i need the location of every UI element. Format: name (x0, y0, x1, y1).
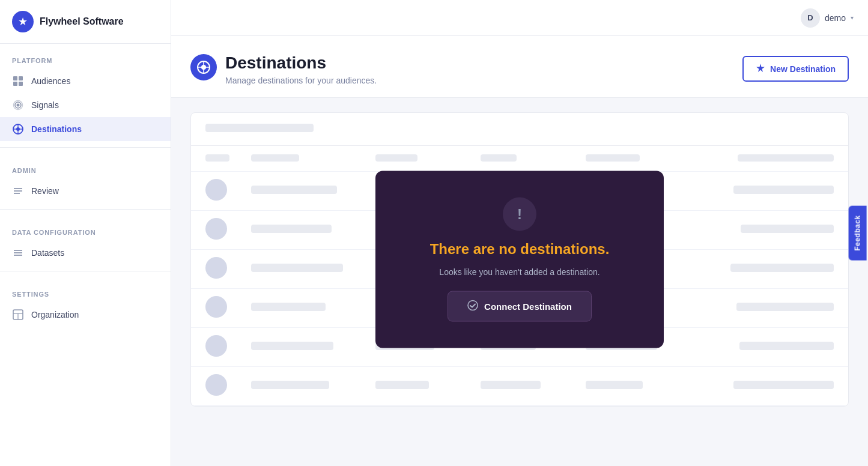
warning-exclamation: ! (517, 205, 522, 222)
skeleton-col3 (375, 154, 417, 162)
sidebar-item-signals-label: Signals (31, 100, 59, 110)
sidebar-section-admin: Admin Review (0, 154, 171, 203)
connect-destination-check-icon (467, 300, 478, 312)
col-last (586, 153, 681, 164)
sidebar-item-organization-label: Organization (31, 310, 79, 319)
sidebar-section-platform: Platform Audiences Signals Destinations (0, 44, 171, 141)
main-content: D demo ▾ Destinations Manage destination… (171, 0, 868, 466)
skeleton-cell (481, 381, 541, 389)
sidebar-item-review-label: Review (31, 186, 59, 196)
datasets-icon (12, 247, 24, 259)
logo-icon: ★ (12, 11, 34, 32)
new-destination-icon (756, 63, 765, 74)
table-header (191, 113, 848, 146)
skeleton-col4 (481, 154, 517, 162)
sidebar-logo[interactable]: ★ Flywheel Software (0, 0, 171, 44)
skeleton-avatar (205, 296, 227, 318)
svg-rect-2 (13, 82, 17, 86)
skeleton-avatar (205, 218, 227, 240)
col-check (205, 153, 241, 164)
sidebar-item-datasets-label: Datasets (31, 248, 64, 258)
svg-point-24 (468, 300, 478, 310)
section-label-admin: Admin (0, 154, 171, 179)
skeleton-avatar (205, 257, 227, 279)
col-actions (691, 153, 834, 164)
divider-3 (0, 271, 171, 271)
user-menu[interactable]: D demo ▾ (801, 8, 854, 28)
empty-state-subtitle: Looks like you haven't added a destinati… (439, 267, 599, 276)
table-row (191, 367, 848, 406)
sidebar-section-settings: Settings Organization (0, 277, 171, 327)
skeleton-cell (739, 342, 834, 350)
signals-icon (12, 99, 24, 111)
section-label-data-config: Data Configuration (0, 216, 171, 241)
svg-rect-0 (13, 76, 17, 80)
svg-point-4 (17, 104, 20, 107)
skeleton-avatar (205, 374, 227, 396)
skeleton-avatar (205, 179, 227, 201)
skeleton-cell (733, 186, 834, 194)
destinations-table: ! There are no destinations. Looks like … (190, 112, 849, 407)
empty-state-overlay: ! There are no destinations. Looks like … (375, 171, 664, 348)
sidebar: ★ Flywheel Software Platform Audiences S… (0, 0, 171, 466)
col-name (251, 153, 366, 164)
sidebar-item-organization[interactable]: Organization (0, 303, 171, 327)
sidebar-item-datasets[interactable]: Datasets (0, 241, 171, 265)
page-title: Destinations (225, 53, 377, 73)
divider-2 (0, 209, 171, 210)
destinations-icon (12, 123, 24, 135)
sidebar-item-destinations[interactable]: Destinations (0, 117, 171, 141)
page-subtitle: Manage destinations for your audiences. (225, 76, 377, 85)
skeleton-cell (251, 303, 326, 311)
connect-destination-button[interactable]: Connect Destination (448, 291, 592, 321)
skeleton-col5 (586, 154, 640, 162)
feedback-label: Feedback (853, 215, 861, 250)
app-name: Flywheel Software (40, 16, 124, 27)
skeleton-cell (733, 381, 834, 389)
audiences-icon (12, 75, 24, 87)
new-destination-button[interactable]: New Destination (742, 56, 849, 82)
skeleton-cell (251, 264, 343, 272)
sidebar-section-data-config: Data Configuration Datasets (0, 216, 171, 265)
empty-state-title: There are no destinations. (430, 240, 610, 257)
skeleton-cell (730, 264, 834, 272)
sidebar-item-signals[interactable]: Signals (0, 93, 171, 117)
sidebar-item-audiences[interactable]: Audiences (0, 69, 171, 93)
new-destination-label: New Destination (770, 64, 836, 74)
skeleton-col6 (738, 154, 834, 162)
page-title-icon (190, 54, 217, 80)
page-title-text: Destinations Manage destinations for you… (225, 53, 377, 85)
skeleton-col1 (205, 154, 229, 162)
chevron-down-icon: ▾ (851, 14, 854, 21)
page-header-left: Destinations Manage destinations for you… (190, 53, 377, 85)
skeleton-cell (586, 381, 643, 389)
review-icon (12, 185, 24, 197)
sidebar-item-destinations-label: Destinations (31, 124, 82, 134)
user-avatar: D (801, 8, 820, 28)
section-label-settings: Settings (0, 277, 171, 303)
feedback-tab[interactable]: Feedback (848, 205, 866, 260)
skeleton-cell (736, 303, 834, 311)
svg-rect-3 (19, 82, 23, 86)
skeleton-header (205, 124, 314, 132)
divider-1 (0, 147, 171, 148)
user-name: demo (825, 13, 846, 23)
svg-rect-1 (19, 76, 23, 80)
skeleton-cell (251, 342, 333, 350)
empty-state-warning-icon: ! (503, 197, 536, 231)
sidebar-item-audiences-label: Audiences (31, 76, 70, 86)
skeleton-cell (741, 225, 834, 233)
organization-icon (12, 309, 24, 321)
col-status (481, 153, 576, 164)
skeleton-cell (251, 225, 332, 233)
skeleton-avatar (205, 335, 227, 357)
page-content: Destinations Manage destinations for you… (171, 36, 868, 466)
sidebar-item-review[interactable]: Review (0, 179, 171, 203)
page-header: Destinations Manage destinations for you… (171, 36, 868, 98)
skeleton-cell (251, 186, 337, 194)
skeleton-cell (375, 381, 429, 389)
col-type (375, 153, 471, 164)
skeleton-col2 (251, 154, 299, 162)
skeleton-cell (251, 381, 329, 389)
table-columns-row (191, 146, 848, 172)
